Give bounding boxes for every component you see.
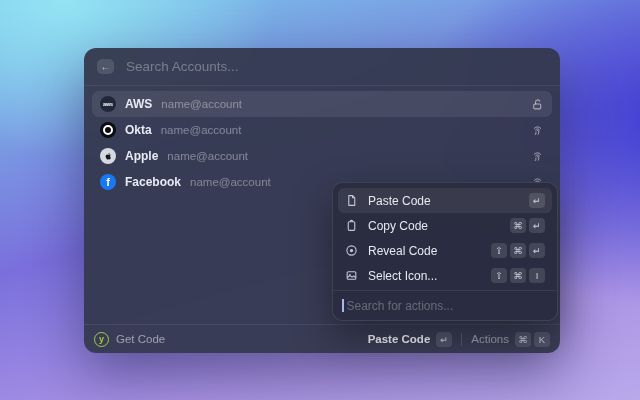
actions-search-input[interactable] (345, 298, 549, 314)
image-icon (345, 269, 359, 282)
account-row-apple[interactable]: Apple name@account (92, 143, 552, 169)
shift-key-badge: ⇧ (491, 268, 507, 283)
action-label: Reveal Code (368, 244, 437, 258)
apple-logo-icon (100, 148, 116, 164)
enter-key-badge: ↵ (529, 193, 545, 208)
actions-list: Paste Code ↵ Copy Code ⌘ ↵ (333, 183, 557, 290)
clipboard-icon (345, 219, 359, 232)
action-item-paste-code[interactable]: Paste Code ↵ (338, 188, 552, 213)
i-key-badge: I (529, 268, 545, 283)
app-action-label: Get Code (116, 333, 165, 345)
facebook-logo-icon: f (100, 174, 116, 190)
action-label: Select Icon... (368, 269, 437, 283)
status-bar: y Get Code Paste Code ↵ Actions ⌘ K (84, 324, 560, 353)
shift-key-badge: ⇧ (491, 243, 507, 258)
enter-key-badge: ↵ (529, 218, 545, 233)
action-item-reveal-code[interactable]: Reveal Code ⇧ ⌘ ↵ (338, 238, 552, 263)
back-button[interactable]: ← (97, 59, 114, 74)
account-name: Okta (125, 123, 152, 137)
account-subtitle: name@account (161, 98, 242, 110)
account-name: AWS (125, 97, 152, 111)
aws-logo-icon: aws (100, 96, 116, 112)
account-row-aws[interactable]: aws AWS name@account (92, 91, 552, 117)
cmd-key-badge: ⌘ (510, 218, 526, 233)
cmd-key-badge: ⌘ (515, 332, 531, 347)
search-header: ← (84, 48, 560, 85)
account-row-okta[interactable]: Okta name@account (92, 117, 552, 143)
lock-open-icon (531, 98, 544, 111)
account-name: Facebook (125, 175, 181, 189)
account-subtitle: name@account (167, 150, 248, 162)
okta-logo-icon (100, 122, 116, 138)
enter-key-badge: ↵ (436, 332, 452, 347)
fingerprint-icon (531, 124, 544, 137)
footer-divider (461, 333, 462, 346)
account-subtitle: name@account (161, 124, 242, 136)
cmd-key-badge: ⌘ (510, 268, 526, 283)
cmd-key-badge: ⌘ (510, 243, 526, 258)
actions-search (333, 290, 557, 320)
account-subtitle: name@account (190, 176, 271, 188)
primary-action-button[interactable]: Paste Code (368, 333, 431, 345)
action-label: Copy Code (368, 219, 428, 233)
enter-key-badge: ↵ (529, 243, 545, 258)
text-cursor (342, 299, 344, 312)
file-icon (345, 194, 359, 207)
action-label: Paste Code (368, 194, 431, 208)
action-item-select-icon[interactable]: Select Icon... ⇧ ⌘ I (338, 263, 552, 288)
fingerprint-icon (531, 150, 544, 163)
k-key-badge: K (534, 332, 550, 347)
eye-icon (345, 244, 359, 257)
action-item-copy-code[interactable]: Copy Code ⌘ ↵ (338, 213, 552, 238)
app-logo-icon: y (94, 332, 109, 347)
account-name: Apple (125, 149, 158, 163)
actions-menu-button[interactable]: Actions (471, 333, 509, 345)
search-input[interactable] (124, 58, 547, 75)
actions-popup: Paste Code ↵ Copy Code ⌘ ↵ (332, 182, 558, 321)
